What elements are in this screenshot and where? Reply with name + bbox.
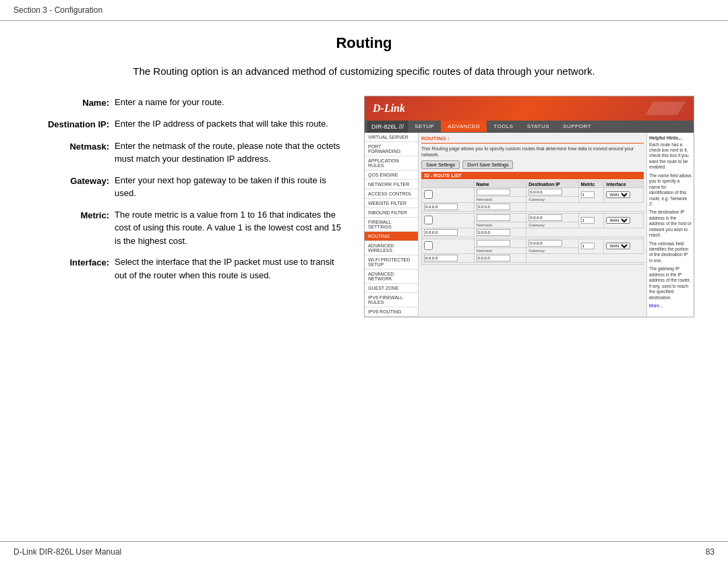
nav-tab-setup[interactable]: SETUP (408, 121, 441, 132)
field-row: Destination IP: Enter the IP address of … (34, 117, 344, 131)
route-metric-input[interactable] (581, 217, 595, 224)
route-interface-select[interactable]: WANLAN (606, 191, 630, 198)
route-interface-cell: WANLAN (604, 239, 644, 253)
route-netmask-input[interactable] (424, 204, 458, 210)
route-name-input[interactable] (477, 189, 510, 195)
route-destination-cell (526, 213, 579, 222)
route-netmask-input[interactable] (424, 229, 458, 236)
route-destination-input[interactable] (528, 189, 562, 195)
sidebar-item-port-forwarding[interactable]: Port Forwarding (365, 142, 418, 156)
nav-tab-support[interactable]: SUPPORT (556, 121, 598, 132)
more-link[interactable]: More... (649, 303, 692, 309)
route-checkbox[interactable] (424, 190, 433, 199)
route-name-cell (474, 187, 526, 196)
router-header: D-Link (365, 96, 694, 121)
field-label: Metric: (34, 208, 115, 248)
section-label: Section 3 - Configuration (13, 5, 102, 15)
dont-save-settings-button[interactable]: Don't Save Settings (462, 160, 513, 169)
route-interface-cell: WANLAN (604, 187, 644, 202)
col-destination: Destination IP (526, 181, 579, 187)
route-gateway-cell (474, 253, 526, 262)
sidebar-item-qos-engine[interactable]: QoS Engine (365, 170, 418, 180)
sidebar-item-advanced-wireless[interactable]: Advanced Wireless (365, 241, 418, 255)
helpful-hints-panel: Helpful Hints... Each route has a check … (646, 133, 694, 317)
nav-tab-tools[interactable]: TOOLS (487, 121, 520, 132)
router-model: DIR-826L /// (367, 121, 408, 133)
field-row: Name: Enter a name for your route. (34, 96, 344, 110)
field-description: Select the interface that the IP packet … (115, 255, 344, 282)
route-netmask-label: Netmask (474, 222, 526, 228)
route-gateway-input[interactable] (477, 255, 510, 261)
sidebar-item-firewall-settings[interactable]: Firewall Settings (365, 218, 418, 232)
nav-tab-advanced[interactable]: ADVANCED (441, 121, 487, 132)
save-settings-button[interactable]: Save Settings (421, 160, 460, 169)
table-row-values (422, 202, 644, 211)
route-metric-input[interactable] (581, 243, 595, 249)
field-row: Netmask: Enter the netmask of the route,… (34, 139, 344, 166)
route-destination-cell (526, 187, 579, 196)
field-description: Enter the netmask of the route, please n… (115, 139, 344, 166)
field-row: Gateway: Enter your next hop gateway to … (34, 174, 344, 200)
sidebar-item-advanced-network[interactable]: Advanced Network (365, 270, 418, 284)
field-label: Netmask: (34, 139, 115, 166)
page-footer: D-Link DIR-826L User Manual 83 (0, 541, 728, 562)
helpful-hints-title: Helpful Hints... (649, 135, 692, 141)
sidebar-item-website-filter[interactable]: Website Filter (365, 199, 418, 208)
route-interface-select[interactable]: WANLAN (606, 217, 630, 224)
sidebar-item-inbound-filter[interactable]: Inbound Filter (365, 208, 418, 218)
col-metric: Metric (578, 181, 604, 187)
router-screenshot: D-Link DIR-826L /// SETUP ADVANCED TOOLS… (364, 96, 694, 317)
route-metric-input[interactable] (581, 191, 595, 198)
route-destination-input[interactable] (528, 240, 562, 247)
col-checkbox (422, 181, 475, 187)
route-name-input[interactable] (477, 214, 510, 221)
dlink-logo: D-Link (373, 102, 405, 115)
sidebar-item-wifi-protected[interactable]: Wi-Fi Protected Setup (365, 255, 418, 270)
route-checkbox[interactable] (424, 241, 433, 250)
route-metric-cell (578, 239, 604, 253)
route-checkbox-cell (422, 213, 475, 228)
sidebar-item-virtual-server[interactable]: Virtual Server (365, 133, 418, 142)
route-name-cell (474, 213, 526, 222)
sidebar-item-ipv6-routing[interactable]: IPv6 Routing (365, 307, 418, 317)
route-table: Name Destination IP Metric Interface WAN… (421, 181, 644, 265)
hint-2: The name field allows you to specify a n… (649, 173, 692, 208)
sidebar-item-network-filter[interactable]: Network Filter (365, 180, 418, 189)
nav-tab-status[interactable]: STATUS (520, 121, 556, 132)
route-metric-cell (578, 213, 604, 228)
route-netmask-cell (422, 253, 475, 262)
sidebar-item-routing[interactable]: Routing (365, 232, 418, 241)
sidebar-item-access-control[interactable]: Access Control (365, 189, 418, 199)
router-body: Virtual Server Port Forwarding Applicati… (365, 133, 694, 317)
table-row: WANLAN (422, 213, 644, 222)
button-bar: Save Settings Don't Save Settings (421, 160, 644, 169)
route-checkbox[interactable] (424, 216, 433, 224)
sidebar-item-ipv6-firewall[interactable]: IPv6 Firewall Rules (365, 293, 418, 307)
route-interface-select[interactable]: WANLAN (606, 243, 630, 249)
route-checkbox-cell (422, 239, 475, 253)
field-row: Interface: Select the interface that the… (34, 255, 344, 282)
route-netmask-label: Netmask (474, 196, 526, 202)
page-description: The Routing option is an advanced method… (34, 64, 694, 80)
hint-5: The gateway IP address is the IP address… (649, 266, 692, 301)
table-row: WANLAN (422, 239, 644, 247)
router-main-panel: ROUTING : This Routing page allows you t… (419, 133, 646, 317)
table-row-values (422, 228, 644, 237)
route-destination-input[interactable] (528, 214, 562, 221)
field-label: Gateway: (34, 174, 115, 200)
field-row: Metric: The route metric is a value from… (34, 208, 344, 248)
route-interface-cell: WANLAN (604, 213, 644, 228)
panel-description: This Routing page allows you to specify … (421, 146, 644, 158)
route-netmask-input[interactable] (424, 255, 458, 261)
hint-4: The netmask field identifies the portion… (649, 241, 692, 264)
field-label: Destination IP: (34, 117, 115, 131)
field-description: Enter a name for your route. (115, 96, 344, 110)
route-gateway-input[interactable] (477, 229, 510, 236)
router-header-decoration (645, 102, 686, 115)
sidebar-item-guest-zone[interactable]: Guest Zone (365, 284, 418, 293)
route-netmask-label: Netmask (474, 247, 526, 253)
route-gateway-input[interactable] (477, 204, 510, 210)
footer-right: 83 (706, 547, 715, 557)
sidebar-item-application-rules[interactable]: Application Rules (365, 156, 418, 170)
route-name-input[interactable] (477, 240, 510, 247)
